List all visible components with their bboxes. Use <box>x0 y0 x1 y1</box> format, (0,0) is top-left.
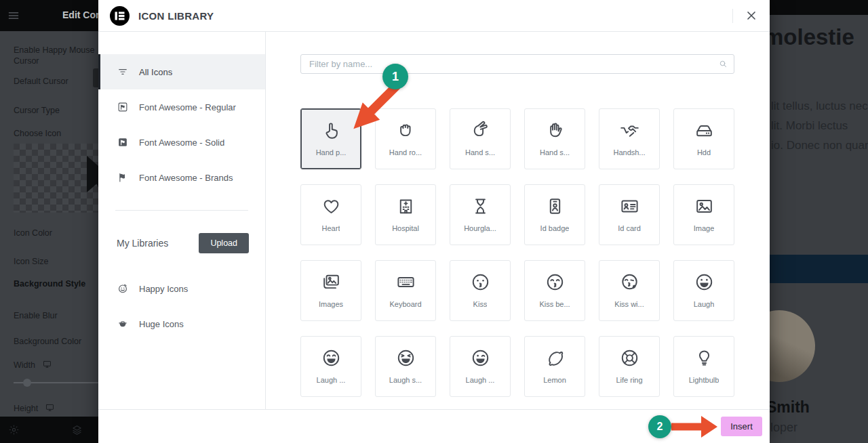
icon-cell-heart[interactable]: Heart <box>300 184 361 245</box>
modal-body: All IconsFont Awesome - RegularFont Awes… <box>98 32 770 409</box>
kiss-wink-heart-icon <box>619 272 640 293</box>
modal-header: ICON LIBRARY <box>98 0 770 32</box>
laugh-squint-icon <box>395 347 416 368</box>
step2-arrow <box>671 415 719 439</box>
icon-cell-label: Lightbulb <box>689 376 719 384</box>
step1-badge: 1 <box>382 64 408 89</box>
modal-title: ICON LIBRARY <box>138 10 214 22</box>
icon-cell-label: Heart <box>322 224 340 232</box>
desktop-icon[interactable] <box>42 359 52 368</box>
icon-cell-label: Laugh <box>694 300 715 308</box>
icon-cell-kiss-beam[interactable]: Kiss be... <box>524 260 585 321</box>
search-input[interactable] <box>300 54 734 74</box>
preview-person-name: Smith <box>766 398 810 417</box>
icon-cell-id-badge[interactable]: Id badge <box>524 184 585 245</box>
id-badge-icon <box>545 196 566 217</box>
icon-cell-kiss[interactable]: Kiss <box>450 260 511 321</box>
icon-cell-laugh-wink[interactable]: Laugh ... <box>450 336 511 397</box>
preview-text-line: io. Donec non quam <box>771 135 868 155</box>
icon-cell-laugh[interactable]: Laugh <box>673 260 734 321</box>
layers-icon[interactable] <box>71 424 83 436</box>
control-label-icon-size: Icon Size <box>14 256 95 267</box>
icon-cell-handshake[interactable]: Handsh... <box>599 108 660 169</box>
lemon-icon <box>545 347 566 368</box>
my-libraries-row: My Libraries Upload <box>117 233 249 253</box>
icon-cell-laugh-squint[interactable]: Laugh s... <box>375 336 436 397</box>
control-label-default-cursor: Default Cursor <box>14 76 95 87</box>
icon-cell-label: Laugh ... <box>317 376 346 384</box>
desktop-icon[interactable] <box>45 402 55 411</box>
preview-heading: molestie <box>764 24 854 50</box>
control-label-choose-icon: Choose Icon <box>14 128 95 139</box>
preview-paragraph: lit tellus, luctus nec lit. Morbi lectus… <box>771 96 868 155</box>
close-icon[interactable] <box>745 9 758 22</box>
handshake-icon <box>619 120 640 141</box>
sidebar-item-label: All Icons <box>139 67 172 77</box>
sidebar-item-font-awesome-regular[interactable]: Font Awesome - Regular <box>98 89 265 125</box>
step2-badge: 2 <box>648 415 671 438</box>
sidebar-item-font-awesome-brands[interactable]: Font Awesome - Brands <box>98 160 265 195</box>
control-label-enable-blur: Enable Blur <box>14 310 95 321</box>
control-label-icon-color: Icon Color <box>14 228 95 238</box>
kiss-beam-icon <box>545 272 566 293</box>
sidebar-item-label: Font Awesome - Brands <box>139 173 233 183</box>
icon-cell-label: Handsh... <box>613 148 645 156</box>
icon-cell-label: Keyboard <box>389 300 421 308</box>
icon-cell-image[interactable]: Image <box>673 184 734 245</box>
hamburger-menu-icon[interactable] <box>7 9 20 22</box>
hand-spock-icon <box>545 120 566 141</box>
hand-scissors-icon <box>470 120 491 141</box>
icon-cell-hand-scissors[interactable]: Hand s... <box>450 108 511 169</box>
sidebar-item-happy-icons[interactable]: Happy Icons <box>98 271 265 306</box>
icon-cell-kiss-wink-heart[interactable]: Kiss wi... <box>599 260 660 321</box>
icon-cell-keyboard[interactable]: Keyboard <box>375 260 436 321</box>
insert-button[interactable]: Insert <box>721 417 762 436</box>
sidebar-item-huge-icons[interactable]: Huge Icons <box>98 306 265 341</box>
sidebar-item-label: Font Awesome - Regular <box>139 102 236 112</box>
hand-pointer-icon <box>321 120 342 141</box>
sidebar-item-label: Happy Icons <box>139 284 188 294</box>
sidebar-item-font-awesome-solid[interactable]: Font Awesome - Solid <box>98 125 265 160</box>
heart-icon <box>321 196 342 217</box>
icon-cell-hdd[interactable]: Hdd <box>673 108 734 169</box>
icon-cell-label: Hand s... <box>465 148 495 156</box>
control-label-background-color: Background Color <box>14 336 95 347</box>
icon-cell-hand-spock[interactable]: Hand s... <box>524 108 585 169</box>
icon-cell-label: Laugh ... <box>466 376 495 384</box>
header-divider <box>732 9 733 23</box>
icon-cell-id-card[interactable]: Id card <box>599 184 660 245</box>
icon-cell-laugh-beam[interactable]: Laugh ... <box>300 336 361 397</box>
preview-text-line: lit. Morbi lectus <box>771 116 868 135</box>
icon-grid: Hand p...Hand ro...Hand s...Hand s...Han… <box>300 108 735 397</box>
icon-cell-label: Images <box>319 300 343 308</box>
icon-cell-label: Hand s... <box>540 148 570 156</box>
settings-icon[interactable] <box>8 424 20 436</box>
hospital-icon <box>395 196 416 217</box>
width-slider-handle[interactable] <box>23 379 31 387</box>
icon-cell-label: Image <box>694 224 715 232</box>
modal-sidebar-libraries: Happy IconsHuge Icons <box>98 271 265 341</box>
fa-regular-icon <box>117 101 129 113</box>
icon-cell-lemon[interactable]: Lemon <box>524 336 585 397</box>
icon-cell-hospital[interactable]: Hospital <box>375 184 436 245</box>
panel-title: Edit Con <box>62 9 102 20</box>
icon-cell-images[interactable]: Images <box>300 260 361 321</box>
sidebar-item-label: Huge Icons <box>139 319 184 329</box>
hand-rock-icon <box>395 120 416 141</box>
icon-cell-hand-rock[interactable]: Hand ro... <box>375 108 436 169</box>
upload-button[interactable]: Upload <box>199 233 249 253</box>
icon-cell-label: Id card <box>618 224 641 232</box>
sidebar-item-all-icons[interactable]: All Icons <box>98 54 265 89</box>
icon-cell-label: Laugh s... <box>389 376 422 384</box>
search-bar <box>300 54 734 74</box>
icon-cell-life-ring[interactable]: Life ring <box>599 336 660 397</box>
icon-cell-lightbulb[interactable]: Lightbulb <box>673 336 734 397</box>
screen: Edit Con Enable Happy Mouse Cursor Defau… <box>0 0 868 443</box>
icon-cell-hourglass[interactable]: Hourgla... <box>450 184 511 245</box>
laugh-icon <box>694 272 715 293</box>
icon-cell-label: Hospital <box>392 224 419 232</box>
huge-icons-icon <box>117 318 129 330</box>
icon-library-modal: ICON LIBRARY All IconsFont Awesome - Reg… <box>98 0 770 443</box>
fa-brands-icon <box>117 171 129 184</box>
all-icons-icon <box>117 66 129 78</box>
